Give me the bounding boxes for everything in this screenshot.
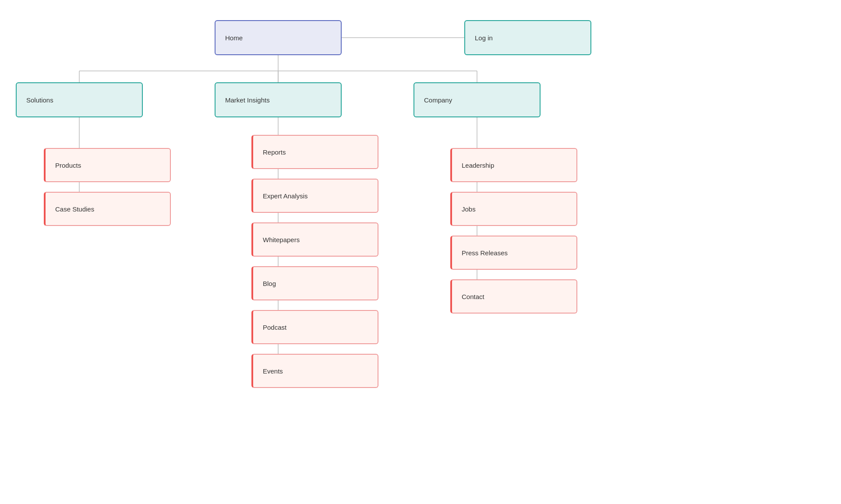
solutions-node[interactable]: Solutions	[16, 82, 143, 117]
whitepapers-node[interactable]: Whitepapers	[251, 222, 378, 257]
products-node[interactable]: Products	[44, 148, 171, 182]
whitepapers-label: Whitepapers	[263, 236, 300, 243]
contact-label: Contact	[462, 293, 484, 300]
login-label: Log in	[475, 34, 493, 42]
blog-node[interactable]: Blog	[251, 266, 378, 300]
jobs-node[interactable]: Jobs	[450, 192, 577, 226]
solutions-label: Solutions	[26, 96, 53, 104]
press-releases-label: Press Releases	[462, 249, 508, 257]
diagram-container: Home Log in Solutions Market Insights Co…	[0, 0, 841, 504]
company-node[interactable]: Company	[413, 82, 541, 117]
market-insights-node[interactable]: Market Insights	[215, 82, 342, 117]
home-label: Home	[225, 34, 243, 42]
leadership-label: Leadership	[462, 162, 494, 169]
jobs-label: Jobs	[462, 205, 476, 213]
events-label: Events	[263, 367, 283, 375]
reports-label: Reports	[263, 148, 286, 156]
connector-lines	[0, 0, 841, 504]
case-studies-label: Case Studies	[55, 205, 94, 213]
login-node[interactable]: Log in	[464, 20, 591, 55]
home-node[interactable]: Home	[215, 20, 342, 55]
press-releases-node[interactable]: Press Releases	[450, 236, 577, 270]
leadership-node[interactable]: Leadership	[450, 148, 577, 182]
reports-node[interactable]: Reports	[251, 135, 378, 169]
expert-analysis-node[interactable]: Expert Analysis	[251, 179, 378, 213]
products-label: Products	[55, 162, 81, 169]
blog-label: Blog	[263, 280, 276, 287]
case-studies-node[interactable]: Case Studies	[44, 192, 171, 226]
expert-analysis-label: Expert Analysis	[263, 192, 308, 200]
events-node[interactable]: Events	[251, 354, 378, 388]
market-insights-label: Market Insights	[225, 96, 270, 104]
contact-node[interactable]: Contact	[450, 279, 577, 314]
company-label: Company	[424, 96, 452, 104]
podcast-label: Podcast	[263, 324, 286, 331]
podcast-node[interactable]: Podcast	[251, 310, 378, 344]
